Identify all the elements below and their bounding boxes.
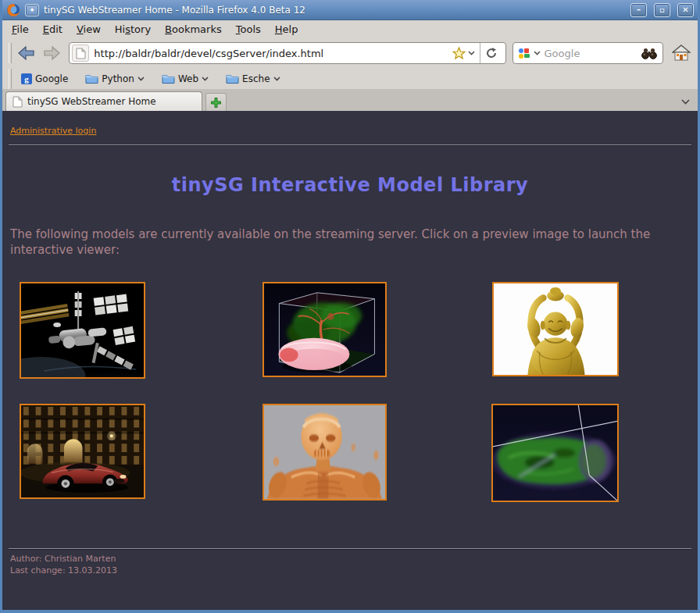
model-link-golden-buddha[interactable] bbox=[492, 282, 619, 376]
model-link-bonsai-volume[interactable] bbox=[262, 282, 387, 377]
top-divider bbox=[9, 144, 691, 146]
intro-text: The following models are currently avail… bbox=[10, 226, 690, 258]
chevron-down-icon bbox=[273, 77, 280, 81]
tab-tinysg-home[interactable]: tinySG WebStreamer Home bbox=[5, 91, 202, 111]
page-content: Administrative login tinySG Interactive … bbox=[2, 111, 698, 610]
model-row-2 bbox=[10, 404, 690, 502]
find-binoculars-icon[interactable] bbox=[641, 47, 658, 59]
author-text: Author: Christian Marten bbox=[10, 553, 690, 565]
bookmark-python[interactable]: Python bbox=[80, 72, 149, 86]
reload-button[interactable] bbox=[480, 43, 502, 63]
bookmark-label: Web bbox=[178, 73, 198, 84]
page-title: tinySG Interactive Model Library bbox=[10, 174, 690, 196]
reload-icon bbox=[485, 47, 498, 59]
golden-buddha-preview-image bbox=[494, 283, 617, 375]
menubar: FileEditViewHistoryBookmarksToolsHelp bbox=[2, 20, 698, 37]
menu-history[interactable]: History bbox=[109, 22, 157, 37]
home-button[interactable] bbox=[671, 43, 691, 63]
bookmark-google[interactable]: gGoogle bbox=[16, 72, 73, 86]
google-favicon: g bbox=[21, 73, 32, 84]
new-tab-button[interactable] bbox=[205, 93, 227, 111]
navigation-toolbar: http://baldr/baldr/devel/csgServer/index… bbox=[2, 37, 698, 69]
sports-car-preview-image bbox=[21, 405, 144, 497]
chevron-down-icon bbox=[468, 51, 475, 55]
mummy-volume-preview-image bbox=[493, 405, 617, 501]
bookmark-label: Python bbox=[102, 73, 134, 84]
back-arrow-icon bbox=[17, 44, 36, 62]
model-link-space-station[interactable] bbox=[20, 282, 145, 379]
bookmark-star-button[interactable] bbox=[448, 47, 480, 59]
tab-label: tinySG WebStreamer Home bbox=[27, 96, 156, 107]
bookmark-esche[interactable]: Esche bbox=[221, 72, 284, 86]
google-logo-icon bbox=[518, 47, 530, 59]
firefox-icon bbox=[6, 3, 20, 17]
tab-document-icon bbox=[12, 96, 23, 108]
administrative-login-link[interactable]: Administrative login bbox=[10, 126, 96, 136]
bookmark-label: Google bbox=[35, 73, 68, 84]
bookmarks-toolbar: gGooglePythonWebEsche bbox=[2, 69, 698, 89]
menu-file[interactable]: File bbox=[5, 22, 35, 37]
space-station-preview-image bbox=[21, 283, 144, 377]
back-button[interactable] bbox=[16, 43, 37, 63]
browser-window: ✦ tinySG WebStreamer Home - Mozilla Fire… bbox=[0, 0, 700, 613]
list-all-tabs-button[interactable] bbox=[676, 92, 695, 111]
forward-button[interactable] bbox=[41, 43, 62, 63]
bonsai-volume-preview-image bbox=[264, 283, 385, 376]
menu-bookmarks[interactable]: Bookmarks bbox=[159, 22, 228, 37]
url-text[interactable]: http://baldr/baldr/devel/csgServer/index… bbox=[94, 48, 447, 59]
bookmark-label: Esche bbox=[242, 73, 270, 84]
star-icon bbox=[452, 47, 466, 59]
window-title: tinySG WebStreamer Home - Mozilla Firefo… bbox=[44, 5, 623, 16]
chevron-down-icon bbox=[681, 99, 690, 105]
titlebar: ✦ tinySG WebStreamer Home - Mozilla Fire… bbox=[2, 0, 698, 20]
page-footer: Author: Christian Marten Last change: 13… bbox=[10, 553, 690, 576]
model-row-1 bbox=[10, 282, 690, 379]
toolbar-grip bbox=[9, 69, 12, 89]
maximize-button[interactable]: ▫ bbox=[654, 3, 670, 17]
minimize-button[interactable]: – bbox=[630, 3, 647, 17]
page-favicon bbox=[72, 45, 89, 62]
document-icon bbox=[76, 48, 86, 59]
last-change-text: Last change: 13.03.2013 bbox=[10, 565, 690, 576]
tab-bar: tinySG WebStreamer Home bbox=[2, 89, 698, 111]
chevron-down-icon bbox=[138, 77, 145, 81]
folder-icon bbox=[85, 74, 98, 84]
menu-edit[interactable]: Edit bbox=[37, 22, 69, 37]
menu-tools[interactable]: Tools bbox=[230, 22, 267, 37]
model-link-sports-car[interactable] bbox=[20, 404, 145, 499]
home-icon bbox=[672, 44, 691, 62]
menu-view[interactable]: View bbox=[70, 22, 107, 37]
bookmark-items: gGooglePythonWebEsche bbox=[16, 72, 293, 86]
folder-icon bbox=[226, 74, 239, 84]
close-button[interactable]: ✕ bbox=[677, 3, 694, 17]
search-box[interactable]: Google bbox=[512, 42, 664, 64]
menu-help[interactable]: Help bbox=[269, 22, 305, 37]
folder-icon bbox=[162, 74, 175, 84]
search-engine-chevron-icon bbox=[534, 51, 541, 55]
plus-icon bbox=[210, 97, 222, 109]
model-link-ct-skeleton[interactable] bbox=[262, 404, 387, 501]
search-input[interactable]: Google bbox=[545, 48, 641, 59]
bookmark-web[interactable]: Web bbox=[157, 72, 213, 86]
toolbar-grip bbox=[9, 43, 12, 63]
window-menu-button[interactable]: ✦ bbox=[25, 4, 39, 16]
model-link-mummy-volume[interactable] bbox=[491, 404, 619, 502]
bottom-divider bbox=[9, 548, 691, 550]
ct-skeleton-preview-image bbox=[264, 405, 385, 499]
forward-arrow-icon bbox=[42, 44, 61, 62]
url-bar[interactable]: http://baldr/baldr/devel/csgServer/index… bbox=[69, 42, 505, 64]
chevron-down-icon bbox=[202, 77, 209, 81]
